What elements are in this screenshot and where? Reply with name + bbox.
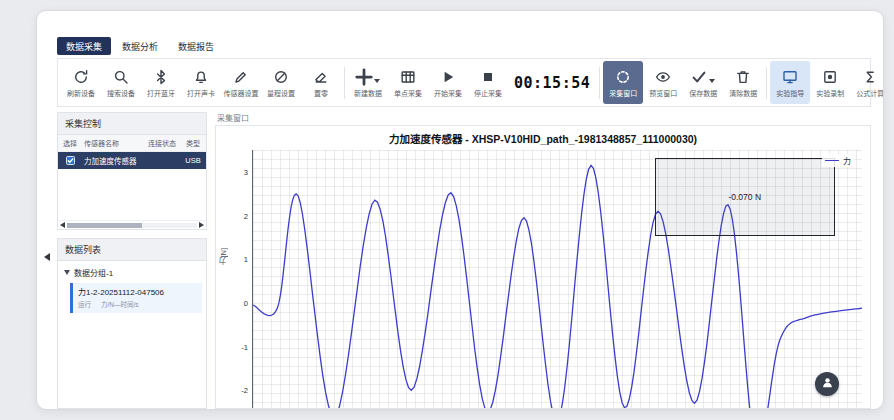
zero-set-button[interactable]: 置零 xyxy=(301,61,341,104)
toolbar-button-label: 单点采集 xyxy=(394,88,422,98)
legend-series-label: 力 xyxy=(843,155,851,166)
data-list-item[interactable]: 力1-2-20251112-047506运行力/N—时间/s xyxy=(70,283,202,313)
preview-window-button[interactable]: 预览窗口 xyxy=(643,61,683,104)
collect-window-button[interactable]: 采集窗口 xyxy=(603,61,643,104)
record-icon xyxy=(822,69,838,85)
zoom-selection-box[interactable]: -0.070 N xyxy=(655,158,835,237)
toolbar-button-label: 打开蓝牙 xyxy=(147,88,175,98)
sensor-type: USB xyxy=(180,156,206,165)
pen-icon xyxy=(233,69,249,85)
trash-icon xyxy=(735,69,751,85)
check-icon xyxy=(691,69,707,85)
scrollbar-track[interactable] xyxy=(67,223,197,228)
refresh-icon xyxy=(73,69,89,85)
bluetooth-icon xyxy=(153,69,169,85)
toolbar-separator xyxy=(344,67,345,99)
data-group-row[interactable]: 数据分组-1 xyxy=(62,265,202,280)
toolbar-button-label: 预览窗口 xyxy=(649,88,677,98)
experiment-guide-button[interactable]: 实验指导 xyxy=(770,61,810,104)
selection-value-label: -0.070 N xyxy=(728,192,761,202)
toolbar-separator xyxy=(766,67,767,99)
toolbar-button-label: 采集窗口 xyxy=(609,88,637,98)
open-soundcard-button[interactable]: 打开声卡 xyxy=(181,61,221,104)
column-header: 类型 xyxy=(180,135,206,151)
data-item-axes: 力/N—时间/s xyxy=(101,299,139,309)
y-axis-tick-label: 0 xyxy=(226,298,248,307)
column-header: 选择 xyxy=(58,135,82,151)
eraser-icon xyxy=(313,69,329,85)
play-icon xyxy=(440,69,456,85)
person-icon xyxy=(821,375,834,393)
chart-legend: 力 xyxy=(822,154,854,167)
y-axis-tick-label: -1 xyxy=(226,342,248,351)
tab-data-collect[interactable]: 数据采集 xyxy=(57,37,111,55)
sensor-checkbox[interactable] xyxy=(66,156,75,165)
sensor-row[interactable]: 力加速度传感器USB xyxy=(58,152,206,169)
chart-content: 采集窗口 力加速度传感器 - XHSP-V10HID_path_-1981348… xyxy=(215,112,871,409)
tab-data-report[interactable]: 数据报告 xyxy=(169,37,223,55)
toolbar-button-label: 量程设置 xyxy=(267,88,295,98)
collect-control-panel: 采集控制 选择传感器名称连接状态类型力加速度传感器USB xyxy=(57,112,207,230)
stop-icon xyxy=(480,69,496,85)
tab-data-analysis[interactable]: 数据分析 xyxy=(113,37,167,55)
y-axis-label: 力[N] xyxy=(218,248,229,265)
sidebar: 采集控制 选择传感器名称连接状态类型力加速度传感器USB 数据列表 数据分组-1… xyxy=(57,112,207,409)
y-axis-tick-label: 3 xyxy=(226,167,248,176)
formula-calc-button[interactable]: 公式计算 xyxy=(850,61,884,104)
search-devices-button[interactable]: 搜索设备 xyxy=(101,61,141,104)
horizontal-scrollbar[interactable] xyxy=(58,220,206,229)
column-header: 传感器名称 xyxy=(82,135,144,151)
toolbar-separator xyxy=(599,67,600,99)
scrollbar-thumb[interactable] xyxy=(67,223,142,228)
main-area: 采集控制 选择传感器名称连接状态类型力加速度传感器USB 数据列表 数据分组-1… xyxy=(57,112,871,409)
scroll-left-icon[interactable] xyxy=(60,222,65,228)
toolbar-button-label: 开始采集 xyxy=(434,88,462,98)
open-bluetooth-button[interactable]: 打开蓝牙 xyxy=(141,61,181,104)
plot-wrap: -0.070 N力 3210-1-2力[N] xyxy=(252,150,862,408)
y-axis-tick-label: 1 xyxy=(226,255,248,264)
y-axis-tick-label: -2 xyxy=(226,386,248,395)
toolbar-button-label: 新建数据 xyxy=(354,88,382,98)
chart-plot-area[interactable]: -0.070 N力 xyxy=(252,150,862,408)
data-item-status: 运行 xyxy=(78,299,91,309)
sensor-table-header: 选择传感器名称连接状态类型 xyxy=(58,135,206,152)
toolbar: 刷新设备搜索设备打开蓝牙打开声卡传感器设置量程设置置零新建数据单点采集开始采集停… xyxy=(57,58,871,107)
sensor-table: 选择传感器名称连接状态类型力加速度传感器USB xyxy=(58,135,206,169)
stop-collect-button[interactable]: 停止采集 xyxy=(468,61,508,104)
new-data-button[interactable]: 新建数据 xyxy=(348,61,388,104)
toolbar-button-label: 搜索设备 xyxy=(107,88,135,98)
data-tree: 数据分组-1力1-2-20251112-047506运行力/N—时间/s xyxy=(58,261,206,317)
experiment-record-button[interactable]: 实验录制 xyxy=(810,61,850,104)
sensor-settings-button[interactable]: 传感器设置 xyxy=(221,61,261,104)
start-collect-button[interactable]: 开始采集 xyxy=(428,61,468,104)
column-header: 连接状态 xyxy=(144,135,180,151)
user-floating-button[interactable] xyxy=(815,372,839,396)
data-group-label: 数据分组-1 xyxy=(74,267,113,278)
collect-control-title: 采集控制 xyxy=(58,113,206,135)
toolbar-button-label: 打开声卡 xyxy=(187,88,215,98)
capture-window-label: 采集窗口 xyxy=(217,112,871,122)
caret-down-icon xyxy=(374,79,380,83)
toolbar-button-label: 公式计算 xyxy=(856,88,884,98)
range-settings-button[interactable]: 量程设置 xyxy=(261,61,301,104)
tree-caret-down-icon xyxy=(64,270,70,275)
toolbar-button-label: 实验录制 xyxy=(816,88,844,98)
single-point-button[interactable]: 单点采集 xyxy=(388,61,428,104)
monitor-icon xyxy=(782,69,798,85)
sensor-table-empty-space xyxy=(58,169,206,220)
y-axis-tick-label: 2 xyxy=(226,211,248,220)
save-data-button[interactable]: 保存数据 xyxy=(683,61,723,104)
eye-icon xyxy=(655,69,671,85)
scroll-right-icon[interactable] xyxy=(199,222,204,228)
collapse-sidebar-arrow-icon[interactable] xyxy=(44,253,50,261)
toolbar-button-label: 实验指导 xyxy=(776,88,804,98)
timer-display: 00:15:54 xyxy=(514,74,590,92)
formula-icon xyxy=(862,69,878,85)
clear-data-button[interactable]: 清除数据 xyxy=(723,61,763,104)
bell-icon xyxy=(193,69,209,85)
main-tab-bar: 数据采集数据分析数据报告 xyxy=(57,37,223,55)
legend-line-swatch xyxy=(825,160,839,161)
data-list-panel: 数据列表 数据分组-1力1-2-20251112-047506运行力/N—时间/… xyxy=(57,238,207,409)
refresh-devices-button[interactable]: 刷新设备 xyxy=(61,61,101,104)
sensor-name: 力加速度传感器 xyxy=(82,155,144,166)
